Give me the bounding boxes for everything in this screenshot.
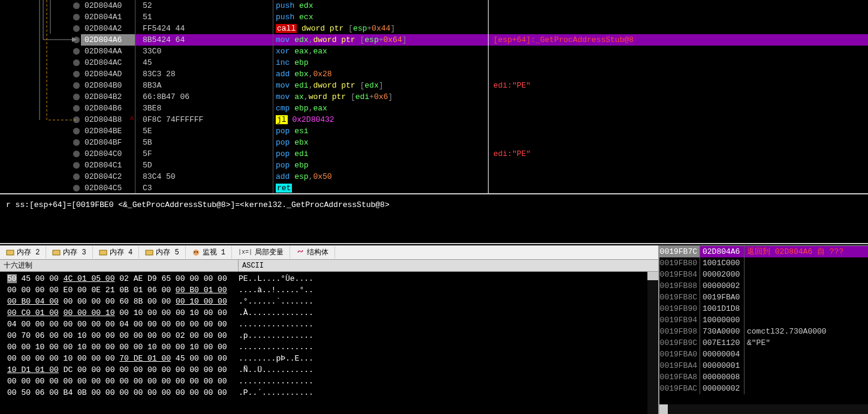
disasm-row[interactable]: 02D804AC45inc ebp xyxy=(0,57,488,68)
breakpoint-dot[interactable] xyxy=(73,116,80,123)
disasm-row[interactable]: 02D804B266:8B47 06mov ax,word ptr [edi+0… xyxy=(0,91,488,103)
svg-rect-4 xyxy=(146,250,153,255)
disasm-row[interactable]: 02D804C15Dpop ebp xyxy=(0,160,488,171)
disasm-row[interactable]: 02D804B63BE8cmp ebp,eax xyxy=(0,103,488,114)
instruction: pop edi xyxy=(273,148,488,160)
stack-row[interactable]: 0019FB98730A0000comctl32.730A0000 xyxy=(659,326,868,337)
disasm-row[interactable]: 02D804AA33C0xor eax,eax xyxy=(0,46,488,57)
tab-3[interactable]: 内存 5 xyxy=(139,246,185,259)
address: 02D804BF xyxy=(81,137,135,148)
comment xyxy=(489,182,868,194)
disasm-row[interactable]: 02D804A151push ecx xyxy=(0,11,488,23)
bytes: 83C3 28 xyxy=(135,68,273,80)
instruction: pop ebx xyxy=(273,137,488,148)
dump-tabs[interactable]: 内存 2内存 3内存 4内存 5监视 1|x=|局部变量结构体 xyxy=(0,245,658,260)
stack-row[interactable]: 0019FB9C007E1120&"PE" xyxy=(659,337,868,349)
breakpoint-dot[interactable] xyxy=(73,139,80,146)
stack-scrollbar[interactable] xyxy=(659,404,868,414)
stack-row[interactable]: 0019FBA400000001 xyxy=(659,360,868,371)
disasm-row[interactable]: 02D804B8^0F8C 74FFFFFFjl 0x2D80432 xyxy=(0,114,488,125)
dump-row[interactable]: 00 00 10 00 00 10 00 00 00 00 10 00 00 1… xyxy=(7,341,658,353)
bytes: C3 xyxy=(135,182,273,193)
breakpoint-dot[interactable] xyxy=(73,59,80,66)
comment xyxy=(489,11,868,23)
breakpoint-dot[interactable] xyxy=(73,25,80,32)
breakpoint-dot[interactable] xyxy=(73,71,80,77)
address: 02D804C0 xyxy=(81,148,135,160)
disasm-row[interactable]: 02D804A68B5424 64mov edx,dword ptr [esp+… xyxy=(0,34,488,46)
dump-scrollbar[interactable] xyxy=(647,272,658,414)
stack-row[interactable]: 0019FBA000000004 xyxy=(659,349,868,360)
tab-1[interactable]: 内存 3 xyxy=(46,246,92,259)
dump-row[interactable]: 00 00 00 00 10 00 00 00 70 DE 01 00 45 0… xyxy=(7,353,658,364)
dump-row[interactable]: 10 D1 01 00 DC 00 00 00 00 00 00 00 00 0… xyxy=(7,364,658,376)
disasm-row[interactable]: 02D804C05Fpop edi xyxy=(0,148,488,160)
stack-row[interactable]: 0019FB8C0019FBA0 xyxy=(659,292,868,303)
bytes: ^0F8C 74FFFFFF xyxy=(135,114,273,125)
address: 02D804B6 xyxy=(81,103,135,114)
breakpoint-dot[interactable] xyxy=(73,94,80,100)
breakpoint-dot[interactable] xyxy=(73,151,80,157)
disasm-row[interactable]: 02D804A052push edx xyxy=(0,0,488,11)
disasm-row[interactable]: 02D804C283C4 50add esp,0x50 xyxy=(0,171,488,182)
comment xyxy=(489,23,868,34)
stack-row[interactable]: 0019FB8800000002 xyxy=(659,280,868,292)
breakpoint-dot[interactable] xyxy=(73,2,80,9)
breakpoint-dot[interactable] xyxy=(73,14,80,20)
dump-row[interactable]: 04 00 00 00 00 00 00 00 04 00 00 00 00 0… xyxy=(7,319,658,330)
dump-row[interactable]: 00 70 06 00 00 10 00 00 00 00 00 00 02 0… xyxy=(7,330,658,341)
dump-row[interactable]: 00 00 00 00 E0 00 0E 21 0B 01 06 00 00 B… xyxy=(7,284,658,296)
stack-row[interactable]: 0019FBAC00000002 xyxy=(659,383,868,394)
breakpoint-dot[interactable] xyxy=(73,37,80,43)
memory-dump-panel[interactable]: 内存 2内存 3内存 4内存 5监视 1|x=|局部变量结构体 十六进制 ASC… xyxy=(0,245,659,414)
tab-4[interactable]: 监视 1 xyxy=(186,246,232,259)
breakpoint-dot[interactable] xyxy=(73,128,80,134)
disasm-row[interactable]: 02D804B08B3Amov edi,dword ptr [edx] xyxy=(0,80,488,91)
dump-row[interactable]: 00 00 00 00 00 00 00 00 00 00 00 00 00 0… xyxy=(7,376,658,387)
breakpoint-dot[interactable] xyxy=(73,173,80,180)
disassembly-panel[interactable]: 02D804A052push edx02D804A151push ecx02D8… xyxy=(0,0,868,193)
instruction: inc ebp xyxy=(273,57,488,68)
dump-row[interactable]: 00 50 06 00 B4 0B 00 00 00 00 00 00 00 0… xyxy=(7,387,658,398)
stack-row[interactable]: 0019FB901001D1D8 xyxy=(659,303,868,314)
breakpoint-dot[interactable] xyxy=(73,82,80,89)
stack-row[interactable]: 0019FB7C02D804A6返回到 02D804A6 自 ??? xyxy=(659,246,868,257)
disasm-row[interactable]: 02D804C5C3ret xyxy=(0,182,488,193)
svg-point-7 xyxy=(197,251,198,253)
instruction: cmp ebp,eax xyxy=(273,103,488,114)
tab-6[interactable]: 结构体 xyxy=(290,246,335,259)
instruction: add esp,0x50 xyxy=(273,171,488,182)
breakpoint-dot[interactable] xyxy=(73,185,80,191)
comment xyxy=(489,171,868,182)
stack-row[interactable]: 0019FB801001C000 xyxy=(659,257,868,269)
comment xyxy=(489,103,868,114)
instruction: mov edi,dword ptr [edx] xyxy=(273,80,488,91)
tab-5[interactable]: |x=|局部变量 xyxy=(232,246,290,259)
address: 02D804C5 xyxy=(81,182,135,193)
address: 02D804AA xyxy=(81,46,135,57)
dump-row[interactable]: 00 C0 01 00 00 00 00 10 00 10 00 00 00 1… xyxy=(7,307,658,319)
breakpoint-dot[interactable] xyxy=(73,48,80,55)
breakpoint-dot[interactable] xyxy=(73,105,80,112)
disasm-row[interactable]: 02D804AD83C3 28add ebx,0x28 xyxy=(0,68,488,80)
tab-0[interactable]: 内存 2 xyxy=(0,246,46,259)
tab-2[interactable]: 内存 4 xyxy=(93,246,139,259)
comment: [esp+64]:_GetProcAddressStub@8 xyxy=(489,34,868,46)
stack-row[interactable]: 0019FB8400002000 xyxy=(659,269,868,280)
instruction: ret xyxy=(273,182,488,193)
stack-row[interactable]: 0019FB9410000000 xyxy=(659,314,868,326)
disasm-row[interactable]: 02D804A2FF5424 44call dword ptr [esp+0x4… xyxy=(0,23,488,34)
disasm-row[interactable]: 02D804BF5Bpop ebx xyxy=(0,137,488,148)
bytes: 3BE8 xyxy=(135,103,273,114)
disasm-row[interactable]: 02D804BE5Epop esi xyxy=(0,125,488,137)
stack-panel[interactable]: 0019FB7C02D804A6返回到 02D804A6 自 ???0019FB… xyxy=(659,245,868,414)
address: 02D804BE xyxy=(81,125,135,137)
stack-row[interactable]: 0019FBA800000008 xyxy=(659,371,868,383)
svg-rect-2 xyxy=(53,250,60,255)
dump-body[interactable]: 50 45 00 00 4C 01 05 00 02 AE D9 65 00 0… xyxy=(0,272,658,398)
breakpoint-dot[interactable] xyxy=(73,162,80,169)
dump-row[interactable]: 00 B0 04 00 00 00 00 00 60 8B 00 00 00 1… xyxy=(7,296,658,307)
dump-row[interactable]: 50 45 00 00 4C 01 05 00 02 AE D9 65 00 0… xyxy=(7,273,658,284)
bytes: 8B5424 64 xyxy=(135,34,273,46)
bytes: 51 xyxy=(135,11,273,23)
